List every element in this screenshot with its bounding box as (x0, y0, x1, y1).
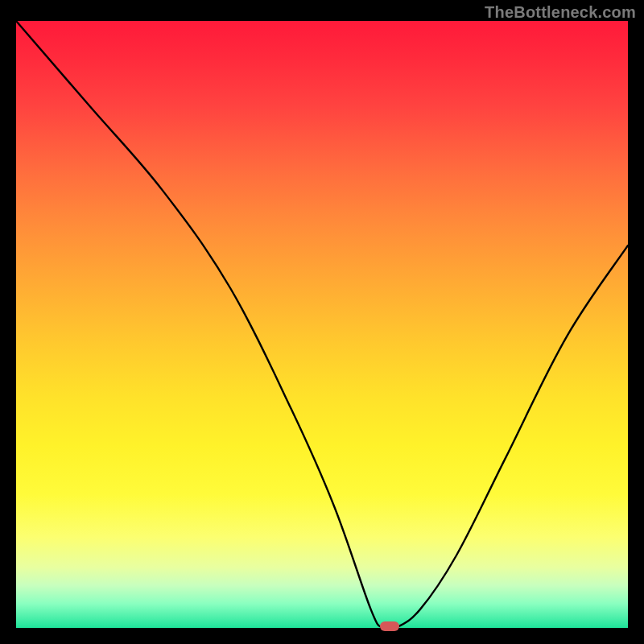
optimum-marker (380, 621, 399, 631)
curve-svg (16, 21, 628, 628)
bottleneck-curve-path (16, 21, 628, 628)
plot-area (16, 21, 628, 628)
watermark-text: TheBottleneck.com (485, 3, 636, 22)
chart-frame: TheBottleneck.com (0, 0, 644, 644)
